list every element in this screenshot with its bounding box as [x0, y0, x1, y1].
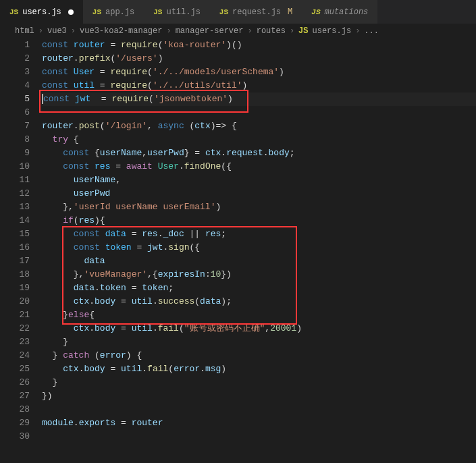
- breadcrumb-item[interactable]: routes: [257, 26, 286, 36]
- chevron-right-icon: ›: [290, 26, 294, 36]
- chevron-right-icon: ›: [71, 26, 76, 36]
- chevron-right-icon: ›: [247, 26, 252, 36]
- tab-modified-indicator: M: [288, 7, 292, 17]
- js-icon: JS: [92, 8, 101, 16]
- chevron-right-icon: ›: [166, 26, 171, 36]
- tab-util-js[interactable]: JSutil.js: [144, 0, 210, 24]
- line-numbers: 1234567891011121314151617181920212223242…: [0, 38, 42, 443]
- js-icon: JS: [9, 8, 18, 16]
- tabs-bar: JSusers.jsJSapp.jsJSutil.jsJSrequest.jsM…: [0, 0, 476, 24]
- tab-mutations[interactable]: JSmutations: [302, 0, 377, 24]
- js-icon: JS: [153, 8, 162, 16]
- code-editor[interactable]: 1234567891011121314151617181920212223242…: [0, 38, 476, 443]
- breadcrumb-item[interactable]: ...: [364, 26, 379, 36]
- breadcrumb-item[interactable]: users.js: [313, 26, 352, 36]
- tab-app-js[interactable]: JSapp.js: [83, 0, 144, 24]
- tab-request-js[interactable]: JSrequest.jsM: [210, 0, 302, 24]
- breadcrumb-item[interactable]: manager-server: [176, 26, 244, 36]
- chevron-right-icon: ›: [38, 26, 43, 36]
- breadcrumbs: html›vue3›vue3-koa2-manager›manager-serv…: [0, 24, 476, 38]
- js-icon: JS: [219, 8, 228, 16]
- chevron-right-icon: ›: [355, 26, 360, 36]
- tab-label: app.js: [105, 7, 134, 17]
- tab-label: mutations: [324, 7, 368, 17]
- tab-users-js[interactable]: JSusers.js: [0, 0, 83, 24]
- tab-label: request.js: [232, 7, 281, 17]
- js-icon: JS: [298, 26, 308, 36]
- tab-label: users.js: [22, 7, 61, 17]
- dirty-indicator-icon: [68, 9, 74, 15]
- code-content[interactable]: const router = require('koa-router')() r…: [42, 38, 476, 443]
- breadcrumb-item[interactable]: vue3-koa2-manager: [80, 26, 162, 36]
- breadcrumb-item[interactable]: html: [15, 26, 34, 36]
- js-icon: JS: [311, 8, 320, 16]
- tab-label: util.js: [166, 7, 200, 17]
- breadcrumb-item[interactable]: vue3: [47, 26, 67, 36]
